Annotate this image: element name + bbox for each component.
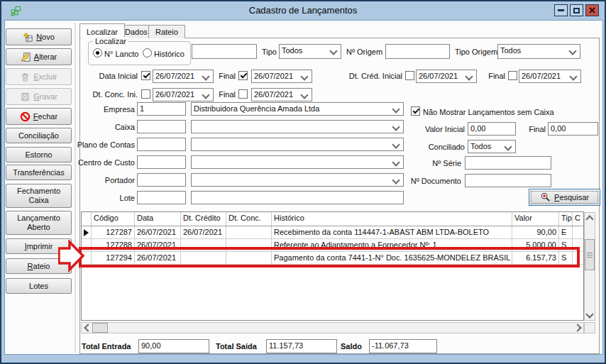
lote-code-input[interactable] xyxy=(137,191,186,204)
scroll-down-button[interactable] xyxy=(585,310,595,320)
scroll-left-button[interactable] xyxy=(82,323,92,333)
grid-header-tipo[interactable]: Tipo xyxy=(559,212,573,226)
scroll-up-button[interactable] xyxy=(585,213,595,223)
data-final-checkbox[interactable] xyxy=(238,71,248,80)
cell-data: 26/07/2021 xyxy=(135,252,181,264)
dt-conc-final-checkbox[interactable] xyxy=(238,89,248,99)
portador-select[interactable] xyxy=(191,173,404,187)
dt-conc-ini-datepicker[interactable]: 26/07/2021 xyxy=(153,88,214,101)
grid-vertical-scrollbar[interactable] xyxy=(584,212,595,321)
n-lancto-radio-label: N° Lancto xyxy=(104,49,138,59)
lotes-button-label: Lotes xyxy=(29,282,48,291)
conciliado-select[interactable]: Todos xyxy=(468,140,516,153)
empresa-select[interactable]: Distribuidora Querência Amada Ltda xyxy=(191,102,404,116)
nao-mostrar-checkbox[interactable] xyxy=(411,106,420,116)
dt-cred-final-checkbox[interactable] xyxy=(508,71,517,80)
saldo-label: Saldo xyxy=(341,341,362,351)
valor-inicial-label: Valor Inicial xyxy=(408,124,465,134)
pesquisar-button-label: Pesquisar xyxy=(554,193,589,202)
tab-dados-label: Dados xyxy=(125,28,148,36)
fechar-button[interactable]: Fechar xyxy=(6,108,72,125)
data-final-datepicker[interactable]: 26/07/2021 xyxy=(251,70,312,83)
grid-header-historico[interactable]: Histórico xyxy=(272,212,512,226)
fechamento-caixa-button-label: Fechamento Caixa xyxy=(14,187,64,204)
n-lancto-radio[interactable] xyxy=(93,48,102,57)
lote-name-input[interactable] xyxy=(191,191,404,204)
lancamento-aberto-button[interactable]: Lançamento Aberto xyxy=(6,211,72,235)
grid-horizontal-scrollbar[interactable] xyxy=(81,322,584,333)
dt-cred-inicial-datepicker[interactable]: 26/07/2021 xyxy=(416,70,477,83)
pesquisar-button[interactable]: Pesquisar xyxy=(529,189,600,206)
grid-header-indicator xyxy=(82,212,92,226)
n-origem-input[interactable] xyxy=(385,44,450,59)
grid-header-data[interactable]: Data xyxy=(135,212,181,226)
empresa-code-input[interactable]: 1 xyxy=(137,102,186,116)
estorno-button[interactable]: Estorno xyxy=(6,147,72,162)
imprimir-button[interactable]: Imprimir xyxy=(6,238,72,254)
vertical-scroll-thumb[interactable] xyxy=(585,239,595,270)
localizar-search-input[interactable] xyxy=(192,44,257,59)
plano-de-contas-label: Plano de Contas xyxy=(69,140,135,150)
lotes-button[interactable]: Lotes xyxy=(6,278,72,294)
data-inicial-checkbox[interactable] xyxy=(141,71,150,80)
novo-button[interactable]: Novo xyxy=(6,28,72,45)
grid-header-valor[interactable]: Valor xyxy=(512,212,559,226)
close-button[interactable] xyxy=(585,4,599,16)
total-saida-value: 11.157,73 xyxy=(266,339,337,353)
empresa-label: Empresa xyxy=(69,104,135,114)
grid-row-127288[interactable]: 127288 26/07/2021 Referente ao Adiantame… xyxy=(82,239,583,252)
minimize-button[interactable] xyxy=(554,4,568,16)
grid-header-dt-conc[interactable]: Dt. Conc. xyxy=(226,212,272,226)
save-icon xyxy=(20,92,31,102)
centro-de-custo-select[interactable] xyxy=(191,155,404,169)
chevron-right-icon xyxy=(573,324,581,331)
window-title: Cadastro de Lançamentos xyxy=(1,5,605,16)
dt-cred-inicial-checkbox[interactable] xyxy=(405,71,414,80)
chevron-left-icon xyxy=(84,324,92,331)
dt-conc-final-datepicker[interactable]: 26/07/2021 xyxy=(251,88,312,101)
dt-cred-final-datepicker[interactable]: 26/07/2021 xyxy=(519,70,581,83)
alterar-button[interactable]: Alterar xyxy=(6,48,72,65)
tipo-origem-select[interactable]: Todos xyxy=(497,44,580,59)
excluir-button[interactable]: Excluir xyxy=(6,68,72,85)
rateio-button-label: Rateio xyxy=(28,262,50,271)
portador-code-input[interactable] xyxy=(137,173,186,187)
n-documento-input[interactable] xyxy=(465,174,551,187)
tipo-label: Tipo xyxy=(262,47,277,57)
data-inicial-datepicker[interactable]: 26/07/2021 xyxy=(153,70,214,83)
grid-row-127294[interactable]: 127294 26/07/2021 Pagamento da conta 744… xyxy=(82,252,583,265)
caixa-code-input[interactable] xyxy=(137,120,186,133)
n-serie-input[interactable] xyxy=(465,156,551,170)
dt-conc-ini-checkbox[interactable] xyxy=(141,89,150,99)
plano-de-contas-code-input[interactable] xyxy=(137,138,186,151)
cell-data: 26/07/2021 xyxy=(135,226,181,238)
gravar-button[interactable]: Gravar xyxy=(6,88,72,105)
grid-header-codigo[interactable]: Código xyxy=(92,212,135,226)
minimize-icon xyxy=(558,9,564,11)
transferencias-button[interactable]: Transferências xyxy=(6,165,72,180)
horizontal-scroll-thumb[interactable] xyxy=(92,323,108,333)
novo-button-label: Novo xyxy=(36,33,55,42)
cancel-icon xyxy=(20,111,31,122)
fechamento-caixa-button[interactable]: Fechamento Caixa xyxy=(6,184,72,208)
tab-rateio[interactable]: Rateio xyxy=(148,25,185,38)
maximize-button[interactable] xyxy=(570,4,583,16)
edit-icon xyxy=(21,52,31,62)
centro-de-custo-code-input[interactable] xyxy=(137,155,186,169)
rateio-button[interactable]: Rateio xyxy=(6,258,72,274)
scroll-right-button[interactable] xyxy=(573,323,583,333)
historico-radio[interactable] xyxy=(143,48,152,57)
alterar-button-label: Alterar xyxy=(34,53,57,62)
grid-row-127287[interactable]: 127287 26/07/2021 26/07/2021 Recebimento… xyxy=(82,226,583,239)
chevron-up-icon xyxy=(585,215,593,223)
conciliacao-button[interactable]: Conciliação xyxy=(6,128,72,143)
tab-rateio-label: Rateio xyxy=(155,28,178,36)
grid-header-dt-credito[interactable]: Dt. Crédito xyxy=(181,212,226,226)
cell-dt-credito xyxy=(181,239,226,251)
tipo-select[interactable]: Todos xyxy=(279,44,341,59)
valor-final-input[interactable]: 0,00 xyxy=(548,122,598,136)
cell-valor: 90,00 xyxy=(512,226,559,238)
grid-header-c[interactable]: C xyxy=(573,212,583,226)
plano-de-contas-select[interactable] xyxy=(191,138,404,151)
caixa-select[interactable] xyxy=(191,120,404,133)
